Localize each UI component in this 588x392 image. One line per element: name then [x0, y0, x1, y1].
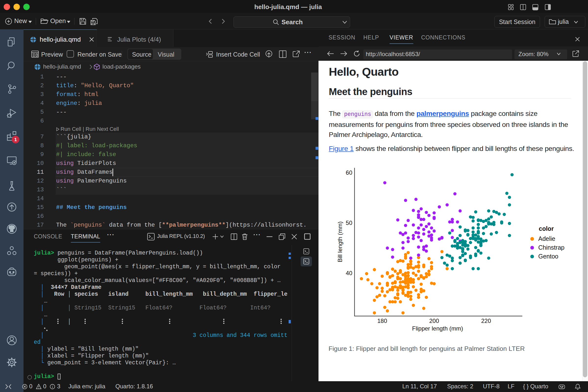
svg-text:Flipper length (mm): Flipper length (mm)	[412, 325, 463, 332]
svg-text:Gentoo: Gentoo	[538, 253, 558, 260]
svg-text:180: 180	[377, 318, 387, 324]
svg-text:220: 220	[481, 318, 491, 324]
svg-text:60: 60	[346, 169, 352, 176]
svg-text:Bill length (mm): Bill length (mm)	[337, 222, 343, 262]
svg-text:200: 200	[429, 318, 439, 324]
svg-text:Chinstrap: Chinstrap	[538, 244, 564, 251]
svg-text:Adelie: Adelie	[538, 235, 556, 242]
svg-text:color: color	[539, 225, 554, 232]
svg-text:50: 50	[346, 220, 352, 226]
svg-text:40: 40	[346, 270, 352, 276]
